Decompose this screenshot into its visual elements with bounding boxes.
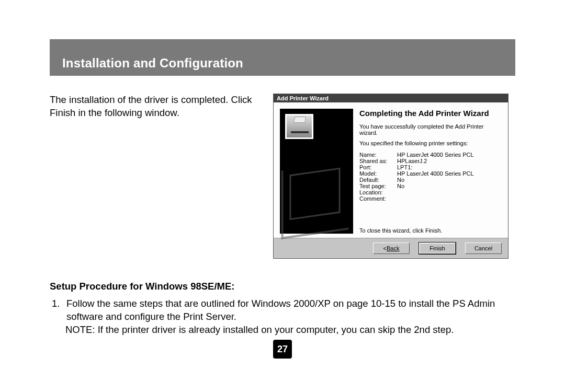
content-row: The installation of the driver is comple… — [50, 94, 515, 259]
list-number: 1. — [50, 297, 63, 324]
wizard-titlebar: Add Printer Wizard — [274, 94, 508, 102]
setting-port: Port:LPT1: — [359, 164, 502, 170]
list-block: 1. Follow the same steps that are outlin… — [50, 297, 515, 337]
wizard-settings-intro: You specified the following printer sett… — [359, 140, 502, 146]
wizard-close-hint: To close this wizard, click Finish. — [359, 212, 502, 234]
section-heading: Setup Procedure for Windows 98SE/ME: — [50, 281, 515, 292]
wizard-right-panel: Completing the Add Printer Wizard You ha… — [359, 109, 502, 234]
header-bar: Installation and Configuration — [50, 39, 515, 76]
setting-shared: Shared as:HPLaserJ.2 — [359, 158, 502, 164]
setting-model: Model:HP LaserJet 4000 Series PCL — [359, 170, 502, 177]
page-frame: Installation and Configuration The insta… — [50, 39, 515, 337]
setting-default: Default:No — [359, 177, 502, 183]
list-text: Follow the same steps that are outlined … — [66, 297, 515, 324]
wizard-heading: Completing the Add Printer Wizard — [359, 109, 502, 118]
setting-test: Test page:No — [359, 183, 502, 189]
wizard-success: You have successfully completed the Add … — [359, 123, 502, 136]
wizard-body: Completing the Add Printer Wizard You ha… — [274, 102, 508, 238]
intro-text: The installation of the driver is comple… — [50, 94, 262, 259]
cancel-button[interactable]: Cancel — [465, 243, 502, 254]
wizard-graphic — [280, 109, 353, 234]
finish-button[interactable]: Finish — [419, 243, 456, 254]
printer-ghost-icon — [281, 161, 349, 239]
setting-location: Location: — [359, 189, 502, 195]
page-title: Installation and Configuration — [62, 56, 243, 71]
setting-comment: Comment: — [359, 195, 502, 202]
note-text: NOTE: If the printer driver is already i… — [50, 324, 515, 337]
list-item: 1. Follow the same steps that are outlin… — [50, 297, 515, 324]
page-number: 27 — [273, 340, 292, 359]
wizard-window: Add Printer Wizard Completing the Add Pr… — [273, 94, 508, 259]
printer-icon — [285, 114, 313, 139]
wizard-footer: < Back Finish Cancel — [274, 238, 508, 258]
setting-name: Name:HP LaserJet 4000 Series PCL — [359, 152, 502, 158]
back-button[interactable]: < Back — [373, 243, 410, 254]
settings-table: Name:HP LaserJet 4000 Series PCL Shared … — [359, 152, 502, 202]
